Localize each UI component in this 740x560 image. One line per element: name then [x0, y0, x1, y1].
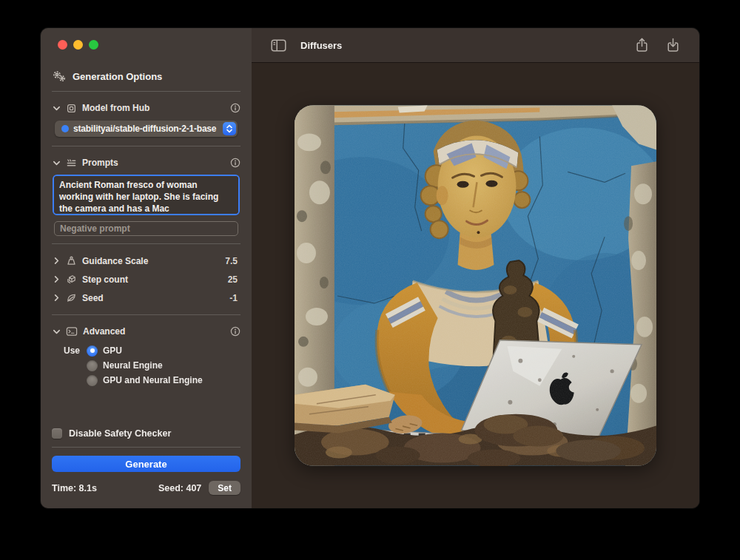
- info-icon[interactable]: [230, 158, 240, 168]
- divider: [52, 314, 240, 315]
- chevron-right-icon: [52, 257, 61, 265]
- model-select[interactable]: stabilityai/stable-diffusion-2-1-base: [55, 121, 238, 137]
- model-select-value: stabilityai/stable-diffusion-2-1-base: [73, 124, 221, 134]
- disable-safety-checkbox[interactable]: [52, 428, 62, 439]
- generation-options-title: Generation Options: [73, 71, 162, 82]
- image-canvas: [252, 63, 699, 508]
- prompts-row[interactable]: Prompts: [52, 156, 240, 169]
- sidebar-toggle-button[interactable]: [268, 36, 289, 54]
- status-bar: Time: 8.1s Seed: 407 Set: [52, 481, 240, 495]
- generated-image: [295, 105, 656, 466]
- seed-status: Seed: 407: [158, 483, 201, 493]
- guidance-scale-value: 7.5: [225, 256, 240, 266]
- model-from-hub-row[interactable]: Model from Hub: [52, 101, 240, 115]
- prompts-label: Prompts: [82, 158, 118, 168]
- share-button[interactable]: [631, 36, 652, 54]
- radio-gpu-label: GPU: [103, 345, 122, 356]
- seed-value: -1: [229, 293, 240, 303]
- radio-gpu-and-neural-engine[interactable]: [87, 375, 98, 386]
- prompt-input[interactable]: Ancient Roman fresco of woman working wi…: [53, 175, 240, 215]
- model-from-hub-label: Model from Hub: [82, 103, 149, 113]
- cpu-icon: [66, 103, 77, 114]
- popup-chevrons-icon: [223, 122, 236, 135]
- gears-icon: [52, 70, 67, 82]
- guidance-scale-row[interactable]: Guidance Scale 7.5: [52, 254, 240, 267]
- radio-neural-engine[interactable]: [87, 360, 98, 371]
- window-title: Diffusers: [300, 40, 342, 51]
- main-area: Diffusers: [252, 28, 699, 508]
- close-button[interactable]: [58, 40, 67, 50]
- titlebar: Diffusers: [252, 28, 699, 63]
- cube-steps-icon: [66, 274, 77, 285]
- use-label: Use: [64, 345, 80, 356]
- advanced-label: Advanced: [83, 326, 125, 337]
- divider: [52, 243, 240, 244]
- chevron-down-icon: [52, 159, 61, 167]
- scale-mass-icon: [66, 255, 77, 266]
- seed-label: Seed: [82, 293, 104, 303]
- sidebar-bottom: Disable Safety Checker Generate Time: 8.…: [50, 428, 242, 496]
- divider: [52, 146, 240, 146]
- leaf-icon: [66, 292, 77, 303]
- step-count-label: Step count: [82, 274, 128, 285]
- guidance-scale-label: Guidance Scale: [82, 256, 148, 266]
- download-button[interactable]: [662, 36, 683, 54]
- radio-gpu-and-neural-engine-label: GPU and Neural Engine: [103, 375, 203, 385]
- compute-unit-group: Use GPU Neural Engine GPU and Neural Eng…: [64, 345, 240, 389]
- generation-options-header: Generation Options: [52, 70, 242, 82]
- desktop: Generation Options Model from Hub: [0, 0, 740, 560]
- model-status-dot: [61, 125, 69, 132]
- info-icon[interactable]: [230, 326, 240, 337]
- generation-options-sidebar: Generation Options Model from Hub: [41, 28, 252, 508]
- set-seed-button[interactable]: Set: [209, 481, 240, 495]
- negative-prompt-input[interactable]: [54, 221, 238, 236]
- minimize-button[interactable]: [73, 40, 83, 50]
- safety-checker-row[interactable]: Disable Safety Checker: [52, 428, 240, 439]
- step-count-value: 25: [228, 274, 240, 285]
- traffic-lights: [58, 40, 242, 50]
- seed-row[interactable]: Seed -1: [52, 291, 240, 304]
- zoom-button[interactable]: [89, 40, 98, 50]
- radio-neural-engine-label: Neural Engine: [103, 360, 163, 371]
- chevron-down-icon: [52, 104, 61, 112]
- radio-gpu[interactable]: [87, 345, 98, 357]
- step-count-row[interactable]: Step count 25: [52, 273, 240, 286]
- chevron-right-icon: [52, 275, 61, 283]
- terminal-icon: [66, 326, 78, 337]
- divider: [52, 91, 240, 92]
- chevron-right-icon: [52, 294, 61, 302]
- info-icon[interactable]: [230, 103, 240, 113]
- disable-safety-label: Disable Safety Checker: [69, 428, 171, 439]
- time-status: Time: 8.1s: [52, 483, 97, 493]
- advanced-row[interactable]: Advanced: [52, 325, 240, 338]
- text-quote-icon: [66, 158, 77, 169]
- diffusers-window: Generation Options Model from Hub: [41, 28, 699, 508]
- divider: [52, 447, 240, 448]
- chevron-down-icon: [52, 328, 61, 336]
- generate-button[interactable]: Generate: [52, 456, 240, 472]
